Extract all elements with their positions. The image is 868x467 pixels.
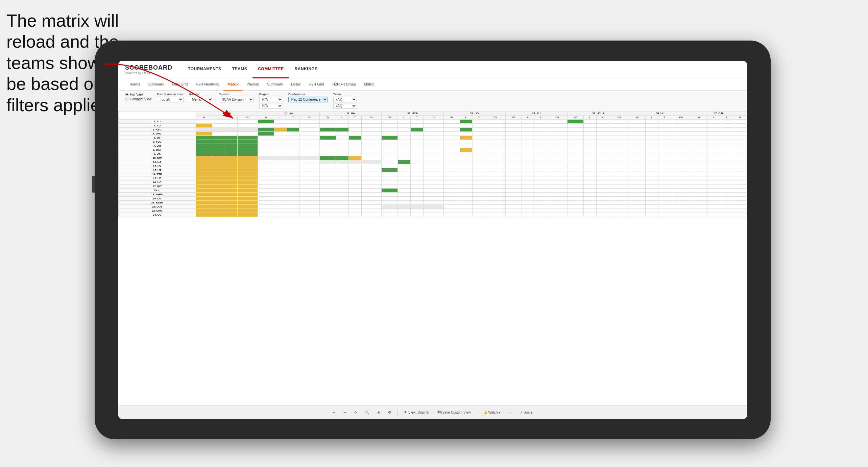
sub-nav-summary-2[interactable]: Summary <box>263 78 287 91</box>
matrix-cell <box>473 152 485 156</box>
matrix-cell <box>707 213 720 217</box>
matrix-cell <box>423 168 443 172</box>
matrix-cell <box>423 136 443 140</box>
matrix-cell <box>460 144 473 148</box>
sub-nav-h2h-grid-2[interactable]: H2H Grid <box>305 78 328 91</box>
redo-btn[interactable]: ↪ <box>341 410 348 415</box>
matrix-cell <box>629 132 646 136</box>
matrix-cell <box>398 120 411 124</box>
view-original-btn[interactable]: 👁 View: Original <box>402 410 431 415</box>
gender-select[interactable]: Men's Women's <box>189 97 213 102</box>
matrix-cell <box>609 189 629 193</box>
matrix-cell <box>299 156 320 160</box>
max-teams-select[interactable]: Top 25 Top 50 All <box>157 97 184 102</box>
matrix-cell <box>443 172 460 176</box>
matrix-cell <box>411 201 424 205</box>
view-type-group: Full View Compact View <box>125 93 151 101</box>
matrix-cell <box>299 189 320 193</box>
share-btn[interactable]: ↗ Share <box>518 410 534 415</box>
timer-btn[interactable]: ⏱ <box>386 410 393 415</box>
extra-btn[interactable]: ⋯ <box>506 410 514 415</box>
matrix-cell <box>609 152 629 156</box>
matrix-cell <box>583 168 596 172</box>
division-select[interactable]: NCAA Division I NCAA Division II <box>219 97 254 102</box>
matrix-cell <box>609 148 629 152</box>
add-btn[interactable]: ⊕ <box>375 410 382 415</box>
matrix-cell <box>411 152 424 156</box>
matrix-cell <box>583 136 596 140</box>
refresh-btn[interactable]: ⟳ <box>352 410 359 415</box>
matrix-cell <box>547 148 568 152</box>
sub-nav-h2h-grid-1[interactable]: H2H Grid <box>168 78 192 91</box>
matrix-cell <box>646 197 658 201</box>
sub-nav-h2h-heatmap-2[interactable]: H2H Heatmap <box>328 78 360 91</box>
region-select-1[interactable]: N/A <box>259 97 283 102</box>
matrix-cell <box>274 201 287 205</box>
sub-nav-summary-1[interactable]: Summary <box>144 78 168 91</box>
matrix-cell <box>691 213 707 217</box>
matrix-cell <box>583 209 596 213</box>
matrix-cell <box>534 164 547 168</box>
sub-nav-teams[interactable]: Teams <box>125 78 144 91</box>
sub-nav-matrix-2[interactable]: Matrix <box>360 78 378 91</box>
matrix-cell <box>460 164 473 168</box>
matrix-cell <box>567 164 583 168</box>
matrix-cell <box>522 168 534 172</box>
matrix-cell <box>258 185 274 189</box>
undo-btn[interactable]: ↩ <box>331 410 337 415</box>
matrix-cell <box>287 144 299 148</box>
row-label: 24. UO <box>119 213 196 217</box>
row-label: 11. UA <box>119 160 196 164</box>
nav-rankings[interactable]: RANKINGS <box>289 61 323 78</box>
full-view-option[interactable]: Full View <box>125 93 151 96</box>
sub-nav-matrix-1[interactable]: Matrix <box>223 78 242 91</box>
sub-nav-players[interactable]: Players <box>242 78 263 91</box>
col-header-osu: 57. OSU <box>691 112 747 116</box>
matrix-cell <box>658 132 671 136</box>
row-label: 20. UG <box>119 197 196 201</box>
nav-tournaments[interactable]: TOURNAMENTS <box>183 61 227 78</box>
compact-view-radio[interactable] <box>125 98 128 101</box>
table-row: 16. UO <box>119 180 747 185</box>
matrix-cell <box>691 152 707 156</box>
matrix-cell <box>534 140 547 144</box>
team-select-1[interactable]: (All) <box>333 97 357 102</box>
matrix-cell <box>382 201 398 205</box>
matrix-cell <box>505 164 522 168</box>
matrix-cell <box>473 132 485 136</box>
watch-btn[interactable]: 🔔 Watch ▾ <box>481 410 503 415</box>
compact-view-option[interactable]: Compact View <box>125 97 151 101</box>
matrix-cell <box>258 205 274 209</box>
matrix-cell <box>583 189 596 193</box>
tablet-screen: SCOREBOARD Powered by clippd TOURNAMENTS… <box>118 61 747 419</box>
matrix-cell <box>320 164 336 168</box>
matrix-cell <box>567 124 583 128</box>
matrix-cell <box>707 201 720 205</box>
matrix-cell <box>411 148 424 152</box>
matrix-cell <box>225 152 238 156</box>
matrix-cell <box>671 144 691 148</box>
sub-nav-detail[interactable]: Detail <box>287 78 305 91</box>
matrix-cell <box>522 132 534 136</box>
sub-nav-h2h-heatmap-1[interactable]: H2H Heatmap <box>192 78 223 91</box>
separator-1 <box>397 409 398 416</box>
matrix-cell <box>567 205 583 209</box>
matrix-cell <box>646 152 658 156</box>
full-view-radio[interactable] <box>125 93 128 96</box>
nav-committee[interactable]: COMMITTEE <box>252 61 289 78</box>
region-select-2[interactable]: N/A <box>259 103 283 109</box>
max-teams-label: Max teams in view <box>157 93 184 96</box>
matrix-cell <box>320 193 336 197</box>
team-select-2[interactable]: (All) <box>333 103 357 109</box>
matrix-cell <box>567 193 583 197</box>
row-label: 19. TAMU <box>119 193 196 197</box>
matrix-cell <box>473 120 485 124</box>
matrix-cell <box>212 136 225 140</box>
save-custom-view-btn[interactable]: 💾 Save Custom View <box>435 410 473 415</box>
matrix-cell <box>299 213 320 217</box>
matrix-cell <box>646 140 658 144</box>
nav-teams[interactable]: TEAMS <box>227 61 253 78</box>
conference-select[interactable]: Pac-12 Conference (All) <box>288 97 328 102</box>
matrix-scroll[interactable]: 3. ASU 10. UW 11. UA 22. UCB 24. UO 27. … <box>118 111 747 405</box>
search-btn[interactable]: 🔍 <box>363 410 371 415</box>
